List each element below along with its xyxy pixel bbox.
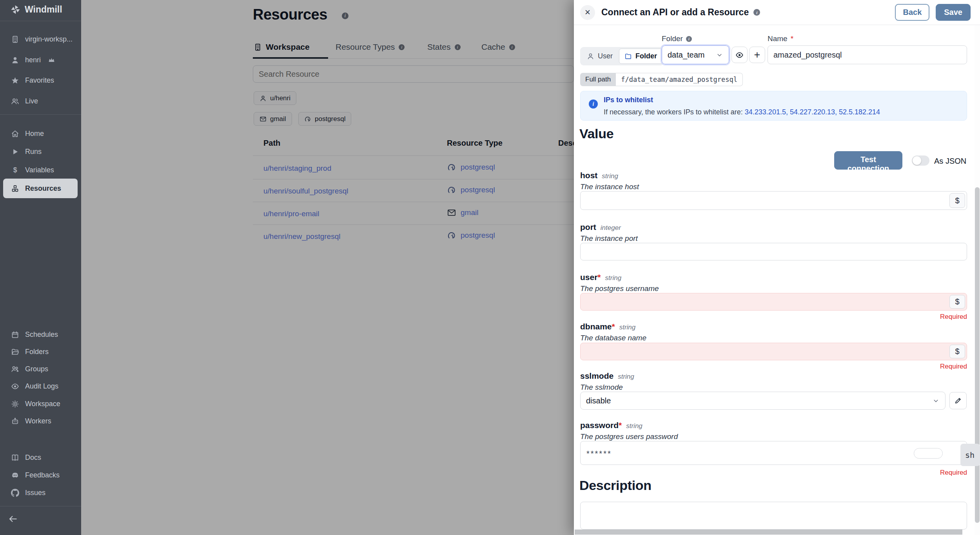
star-icon — [11, 76, 19, 85]
add-resource-drawer: ✕ Connect an API or add a Resource i Bac… — [574, 0, 980, 535]
eye-icon — [735, 51, 744, 59]
show-password-badge[interactable]: sh — [960, 444, 980, 466]
sidebar-item-favorites[interactable]: Favorites — [0, 72, 81, 89]
modal-overlay[interactable] — [81, 0, 574, 535]
reveal-password-toggle[interactable] — [914, 448, 943, 459]
save-button[interactable]: Save — [936, 4, 971, 21]
scrollbar-thumb[interactable] — [975, 187, 980, 523]
required-error: Required — [580, 313, 967, 321]
full-path-value: f/data_team/amazed_postgresql — [616, 73, 743, 86]
eye-icon — [11, 382, 19, 390]
drawer-title: Connect an API or add a Resource — [601, 7, 749, 18]
field-desc-host: The instance host — [580, 183, 639, 191]
collapse-sidebar-button[interactable] — [8, 514, 18, 524]
sidebar-item-variables[interactable]: Variables — [0, 161, 81, 179]
full-path-label: Full path — [580, 73, 616, 86]
sidebar-item-issues[interactable]: Issues — [0, 484, 81, 501]
folder-field-label: Folder i — [662, 34, 692, 43]
sidebar-item-resources[interactable]: Resources — [3, 179, 78, 198]
chevron-down-icon — [932, 397, 940, 405]
drawer-header: ✕ Connect an API or add a Resource i Bac… — [574, 0, 980, 25]
arrow-left-icon — [8, 514, 18, 524]
sidebar-item-workers[interactable]: Workers — [0, 412, 81, 430]
user-input[interactable]: $ — [580, 293, 967, 311]
as-json-label: As JSON — [934, 157, 966, 166]
field-label-host: hoststring — [580, 171, 618, 180]
dollar-icon — [11, 166, 19, 174]
divider — [0, 21, 81, 21]
whitelist-ips: 34.233.201.5, 54.227.220.13, 52.5.182.21… — [745, 108, 880, 116]
username: henri — [25, 56, 41, 64]
brand-label: Windmill — [25, 4, 62, 15]
ips-whitelist-callout: i IPs to whitelist If necessary, the wor… — [580, 91, 967, 121]
groups-icon — [11, 365, 19, 373]
insert-variable-button[interactable]: $ — [949, 295, 965, 309]
horizontal-scrollbar[interactable] — [575, 530, 962, 535]
view-folder-button[interactable] — [731, 47, 748, 63]
user-icon — [11, 56, 19, 64]
divider — [0, 506, 81, 506]
gear-icon — [11, 400, 19, 408]
folder-icon — [11, 348, 19, 356]
field-desc-password: The postgres users password — [580, 432, 678, 441]
info-icon: i — [589, 99, 598, 108]
insert-variable-button[interactable]: $ — [949, 193, 965, 208]
user-menu[interactable]: henri — [0, 51, 81, 69]
robot-icon — [11, 417, 19, 425]
scope-folder-option[interactable]: Folder — [619, 49, 662, 64]
sidebar-item-runs[interactable]: Runs — [0, 143, 81, 160]
divider — [0, 114, 81, 115]
sidebar-item-docs[interactable]: Docs — [0, 449, 81, 466]
discord-icon — [11, 471, 19, 479]
close-icon[interactable]: ✕ — [580, 5, 595, 20]
host-input[interactable]: $ — [580, 191, 967, 210]
folder-select[interactable]: data_team — [662, 45, 729, 64]
sidebar-item-audit-logs[interactable]: Audit Logs — [0, 378, 81, 395]
play-icon — [11, 148, 19, 156]
password-input[interactable]: ****** — [580, 441, 967, 465]
field-label-password: password* string — [580, 421, 642, 430]
info-icon[interactable]: i — [753, 9, 760, 16]
dbname-input[interactable]: $ — [580, 343, 967, 360]
sidebar-item-home[interactable]: Home — [0, 125, 81, 142]
callout-body: If necessary, the workers IPs to whiteli… — [604, 108, 880, 116]
name-input[interactable] — [768, 45, 967, 64]
info-icon[interactable]: i — [686, 36, 692, 42]
callout-title: IPs to whitelist — [604, 96, 653, 104]
folder-icon — [624, 52, 632, 60]
insert-variable-button[interactable]: $ — [949, 345, 965, 358]
pencil-icon — [954, 397, 962, 405]
sidebar-item-live[interactable]: Live — [0, 92, 81, 110]
workspace-selector[interactable]: virgin-worksp... — [0, 31, 81, 48]
sidebar-item-groups[interactable]: Groups — [0, 360, 81, 378]
building-icon — [11, 35, 19, 43]
field-desc-sslmode: The sslmode — [580, 383, 623, 392]
description-textarea[interactable] — [580, 502, 967, 530]
windmill-logo[interactable]: Windmill — [10, 4, 62, 15]
sidebar-item-feedbacks[interactable]: Feedbacks — [0, 466, 81, 484]
sidebar-item-folders[interactable]: Folders — [0, 343, 81, 360]
port-input[interactable] — [580, 243, 967, 260]
field-label-sslmode: sslmodestring — [580, 371, 634, 381]
edit-sslmode-button[interactable] — [949, 392, 967, 409]
field-label-port: portinteger — [580, 222, 621, 232]
sidebar-item-workspace-settings[interactable]: Workspace — [0, 395, 81, 412]
windmill-app: Windmill virgin-worksp... henri Favorite… — [0, 0, 980, 535]
home-icon — [11, 130, 19, 138]
users-icon — [11, 97, 19, 105]
workspace-name: virgin-worksp... — [25, 35, 73, 43]
add-folder-button[interactable]: + — [749, 47, 765, 63]
field-desc-user: The postgres username — [580, 284, 659, 293]
sslmode-select[interactable]: disable — [580, 392, 946, 410]
name-field-label: Name * — [768, 34, 793, 43]
as-json-toggle[interactable] — [912, 155, 929, 166]
sidebar-item-schedules[interactable]: Schedules — [0, 326, 81, 343]
cubes-icon — [11, 184, 19, 193]
github-icon — [11, 489, 19, 497]
required-error: Required — [580, 363, 967, 371]
required-error: Required — [580, 469, 967, 477]
scope-user-option[interactable]: User — [582, 49, 618, 63]
back-button[interactable]: Back — [895, 4, 929, 21]
test-connection-button[interactable]: Test connection — [834, 151, 902, 170]
calendar-icon — [11, 331, 19, 339]
